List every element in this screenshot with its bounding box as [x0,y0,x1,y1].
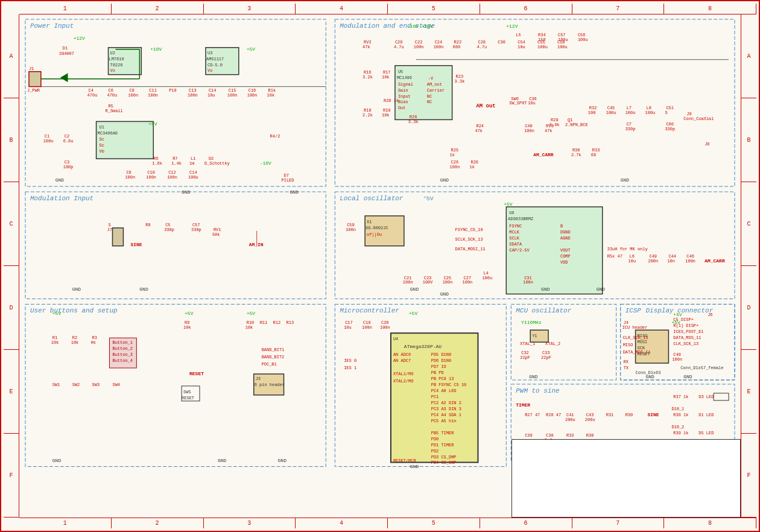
svg-text:10k: 10k [245,325,253,330]
rrow-c: C [741,182,756,266]
svg-text:R18: R18 [364,108,372,113]
svg-text:C8: C8 [126,170,131,175]
svg-text:1m: 1m [189,161,194,166]
svg-text:C4: C4 [89,88,93,93]
svg-text:R17: R17 [383,70,391,75]
svg-text:PC4 A4 SDA 1: PC4 A4 SDA 1 [431,413,461,417]
svg-text:R30: R30 [625,413,633,417]
svg-text:Hk: Hk [91,340,96,345]
svg-text:CLK_SCK_13: CLK_SCK_13 [673,341,698,346]
svg-rect-192 [112,228,123,246]
svg-text:VDD: VDD [560,260,568,265]
rrow-a: A [741,14,756,98]
svg-text:R5: R5 [109,104,113,109]
svg-text:R29: R29 [551,118,559,122]
svg-text:C56: C56 [578,33,586,37]
svg-text:Q1: Q1 [568,118,572,122]
svg-rect-414 [29,72,41,87]
svg-text:Signal: Signal [398,82,413,87]
svg-text:AM_out: AM_out [427,82,442,87]
svg-text:AD9833BRMZ: AD9833BRMZ [508,217,533,221]
svg-text:100n: 100n [148,93,158,98]
col-4: 4 [296,4,388,14]
svg-text:SW6: SW6 [511,97,519,101]
svg-text:R4/2: R4/2 [270,134,280,139]
svg-text:PWM to sine: PWM to sine [516,387,559,394]
svg-text:22pF: 22pF [541,355,551,360]
svg-text:R28 47: R28 47 [546,413,561,417]
svg-text:T0220: T0220 [110,63,122,68]
svg-text:D1 LED: D1 LED [698,413,714,417]
svg-text:PD6 D1N0: PD6 D1N0 [431,358,451,363]
svg-text:Microcontroller: Microcontroller [340,307,399,314]
svg-text:PC3 A3 DIN 3: PC3 A3 DIN 3 [431,407,461,411]
svg-text:J_PWR: J_PWR [27,88,40,93]
svg-text:DGND: DGND [560,230,571,235]
svg-text:100n: 100n [362,325,372,330]
svg-text:10k: 10k [382,113,390,118]
svg-text:U6: U6 [509,211,514,215]
svg-text:Button_3: Button_3 [112,352,132,357]
bcol-7: 7 [572,518,665,528]
svg-text:DATA_MOSI_11: DATA_MOSI_11 [455,247,486,252]
svg-text:10u: 10u [344,325,352,330]
svg-text:PB5 TIMER: PB5 TIMER [431,431,454,435]
svg-text:C5 DISP+: C5 DISP+ [673,317,693,322]
svg-text:22pF: 22pF [520,355,530,360]
svg-text:Vo: Vo [207,68,212,73]
svg-text:MCU oscillator: MCU oscillator [516,307,571,314]
svg-text:100n: 100n [346,227,356,232]
svg-text:PC4 A0 LED: PC4 A0 LED [431,388,457,393]
svg-text:+5V: +5V [247,46,256,52]
row-b: B [4,98,19,182]
svg-text:100n: 100n [403,280,413,285]
bcol-3: 3 [204,518,296,528]
svg-text:GND: GND [139,287,148,292]
svg-text:10u: 10u [629,259,636,264]
svg-text:R30: R30 [586,433,594,438]
svg-text:R38 1k: R38 1k [673,413,688,417]
svg-text:-V: -V [428,76,434,81]
svg-text:10k: 10k [183,325,191,330]
svg-text:SINE: SINE [648,412,659,417]
bcol-1: 1 [19,518,112,528]
col-7: 7 [572,4,665,14]
svg-text:330p: 330p [665,127,675,131]
svg-text:PD3 CS_DMP: PD3 CS_DMP [431,455,457,460]
svg-text:Button_2: Button_2 [112,346,132,351]
svg-text:R6: R6 [153,156,158,161]
svg-text:J8: J8 [705,142,709,147]
svg-text:J1: J1 [29,66,34,71]
svg-text:47k: 47k [475,128,483,133]
svg-text:D10_2: D10_2 [671,425,684,429]
svg-text:R23: R23 [456,74,464,79]
svg-rect-4 [25,192,326,299]
svg-text:-10V: -10V [260,160,271,166]
svg-text:R25: R25 [451,148,459,153]
svg-text:R32: R32 [589,106,597,110]
svg-text:33uH for MK only: 33uH for MK only [607,247,648,252]
svg-text:L8: L8 [647,106,651,110]
svg-text:100u: 100u [43,139,54,144]
svg-text:Sc: Sc [100,137,104,142]
svg-text:PILED: PILED [282,178,294,183]
svg-text:R11: R11 [260,320,268,325]
svg-text:SINE: SINE [130,242,142,247]
svg-text:of||Ou: of||Ou [367,232,382,237]
svg-text:R26: R26 [470,160,478,165]
svg-text:SG-8002JC: SG-8002JC [366,226,388,230]
svg-text:1.4k: 1.4k [171,161,182,166]
svg-text:RV1: RV1 [214,227,221,232]
col-5: 5 [388,4,480,14]
svg-text:1k: 1k [450,153,455,157]
svg-marker-420 [60,74,68,82]
svg-text:50k: 50k [212,232,220,237]
svg-text:100n: 100n [167,175,177,180]
bcol-8: 8 [664,518,756,528]
svg-text:COMP: COMP [560,254,571,259]
row-c: C [4,182,19,266]
svg-text:C24: C24 [435,40,443,45]
svg-text:C17: C17 [345,320,353,325]
svg-text:R34: R34 [538,33,546,37]
svg-text:GND: GND [683,374,692,379]
